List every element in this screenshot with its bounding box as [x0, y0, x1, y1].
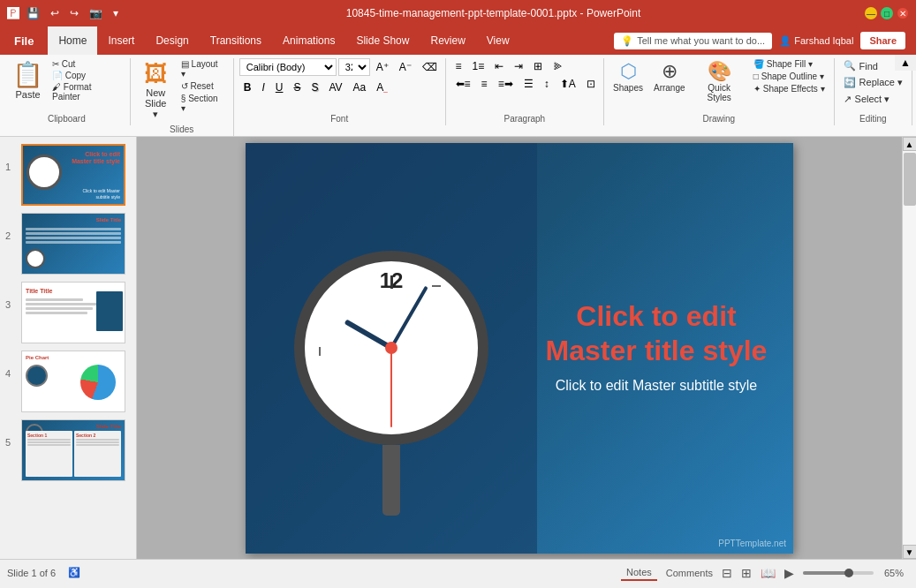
file-menu[interactable]: File — [0, 26, 48, 55]
paste-button[interactable]: 📋 Paste — [9, 58, 47, 111]
font-family-select[interactable]: Calibri (Body) — [239, 58, 337, 76]
reset-button[interactable]: ↺ Reset — [178, 80, 228, 92]
reading-view-button[interactable]: 📖 — [757, 565, 779, 581]
menu-tabs: Home Insert Design Transitions Animation… — [48, 26, 519, 55]
thumb-slide5-red-text: Slide Title — [96, 424, 121, 429]
shadow-button[interactable]: S — [307, 79, 322, 95]
zoom-slider[interactable] — [803, 571, 874, 575]
user-button[interactable]: 👤 Farshad Iqbal — [779, 35, 853, 47]
slide-title-line1: Click to edit — [576, 300, 736, 332]
save-button[interactable]: 💾 — [23, 5, 43, 21]
ribbon-collapse-button[interactable]: ▲ — [895, 55, 916, 71]
zoom-level-button[interactable]: 65% — [879, 566, 909, 580]
new-slide-label: New — [146, 87, 165, 98]
ribbon-group-clipboard: 📋 Paste ✂ Cut 📄 Copy 🖌 Format Painter Cl… — [4, 58, 131, 125]
strikethrough-button[interactable]: S — [289, 79, 305, 95]
slide-title-line2: Master title style — [546, 335, 768, 366]
shape-fill-button[interactable]: 🪣 Shape Fill ▾ — [750, 58, 829, 70]
tab-home[interactable]: Home — [48, 26, 97, 55]
decrease-font-button[interactable]: A⁻ — [395, 59, 416, 75]
tab-view[interactable]: View — [476, 26, 520, 55]
slide-text-area[interactable]: Click to edit Master title style Click t… — [528, 143, 784, 554]
font-color-button[interactable]: A_ — [372, 79, 391, 95]
slide-thumb-3[interactable]: 3 Title Title — [4, 280, 132, 345]
text-direction-button[interactable]: ⬆A — [556, 76, 580, 92]
smart-art-button[interactable]: ⊞ — [529, 58, 547, 74]
justify-button[interactable]: ☰ — [519, 76, 538, 92]
cut-button[interactable]: ✂ Cut — [49, 58, 125, 70]
tab-slideshow[interactable]: Slide Show — [345, 26, 420, 55]
shape-outline-button[interactable]: □ Shape Outline ▾ — [750, 71, 829, 82]
change-case-button[interactable]: Aa — [349, 79, 371, 95]
slide-thumb-4[interactable]: 4 Pie Chart — [4, 349, 132, 414]
tab-animations[interactable]: Animations — [272, 26, 345, 55]
slide-sorter-button[interactable]: ⊞ — [738, 565, 755, 581]
numbering-button[interactable]: 1≡ — [468, 58, 489, 74]
user-icon: 👤 — [779, 35, 791, 47]
bullets-button[interactable]: ≡ — [451, 58, 466, 74]
select-button[interactable]: ↗ Select ▾ — [840, 92, 894, 107]
increase-font-button[interactable]: A⁺ — [372, 59, 393, 75]
tell-me-box[interactable]: 💡 Tell me what you want to do... — [614, 33, 772, 49]
normal-view-button[interactable]: ⊟ — [718, 565, 736, 581]
right-scrollbar[interactable]: ▲ ▼ — [902, 137, 916, 559]
minimize-button[interactable]: — — [865, 7, 877, 19]
redo-button[interactable]: ↪ — [66, 5, 82, 21]
increase-indent-button[interactable]: ⇥ — [510, 58, 527, 74]
presentation-view-button[interactable]: 📷 — [86, 5, 106, 21]
new-slide-button[interactable]: 🖼 New Slide ▾ — [136, 58, 176, 122]
tab-review[interactable]: Review — [420, 26, 475, 55]
clock-center-dot — [385, 342, 397, 354]
find-icon: 🔍 — [844, 60, 856, 72]
layout-button[interactable]: ▤ Layout ▾ — [178, 58, 228, 79]
clock-second-hand — [390, 348, 392, 427]
undo-button[interactable]: ↩ — [47, 5, 63, 21]
underline-button[interactable]: U — [271, 79, 288, 95]
bold-button[interactable]: B — [239, 79, 256, 95]
paste-icon: 📋 — [12, 60, 43, 89]
replace-button[interactable]: 🔄 Replace ▾ — [840, 75, 906, 90]
thumb-slide2-lines — [26, 228, 121, 245]
copy-button[interactable]: 📄 Copy — [49, 70, 125, 81]
align-center-button[interactable]: ≡ — [477, 76, 492, 92]
zoom-thumb[interactable] — [844, 569, 853, 577]
close-button[interactable]: ✕ — [897, 7, 909, 19]
clear-format-button[interactable]: ⌫ — [418, 59, 442, 75]
comments-button[interactable]: Comments — [661, 566, 718, 580]
scroll-up-button[interactable]: ▲ — [903, 137, 917, 151]
slide-thumb-2[interactable]: 2 Slide Title — [4, 211, 132, 276]
find-button[interactable]: 🔍 Find — [840, 58, 882, 73]
quick-styles-button[interactable]: 🎨 Quick Styles — [693, 58, 746, 104]
columns-button[interactable]: ⫸ — [549, 58, 568, 74]
align-right-button[interactable]: ≡➡ — [494, 76, 518, 92]
slide-subtitle[interactable]: Click to edit Master subtitle style — [528, 376, 784, 396]
tab-insert[interactable]: Insert — [97, 26, 145, 55]
section-button[interactable]: § Section ▾ — [178, 93, 228, 114]
thumb-slide4-clock — [26, 365, 48, 387]
shape-effects-button[interactable]: ✦ Shape Effects ▾ — [750, 83, 829, 94]
customize-button[interactable]: ▾ — [110, 5, 122, 21]
italic-button[interactable]: I — [257, 79, 269, 95]
format-painter-button[interactable]: 🖌 Format Painter — [49, 81, 125, 102]
char-spacing-button[interactable]: AV — [324, 79, 346, 95]
text-align-button[interactable]: ⊡ — [582, 76, 600, 92]
accessibility-button[interactable]: ♿ — [63, 565, 86, 580]
slide-thumb-5[interactable]: 5 Slide Title Section 1 Section 2 — [4, 418, 132, 483]
scroll-down-button[interactable]: ▼ — [903, 545, 917, 559]
align-left-button[interactable]: ⬅≡ — [451, 76, 475, 92]
slide-title[interactable]: Click to edit Master title style — [528, 299, 784, 367]
line-spacing-button[interactable]: ↕ — [540, 76, 554, 92]
slide-canvas[interactable]: 12 Click to — [246, 143, 793, 554]
scroll-thumb[interactable] — [904, 153, 916, 206]
decrease-indent-button[interactable]: ⇤ — [490, 58, 508, 74]
share-button[interactable]: Share — [860, 32, 905, 49]
notes-button[interactable]: Notes — [621, 565, 657, 581]
tab-design[interactable]: Design — [145, 26, 199, 55]
slide-thumb-1[interactable]: 1 Click to editMaster title style Click … — [4, 142, 132, 207]
slideshow-button[interactable]: ▶ — [781, 565, 798, 581]
tab-transitions[interactable]: Transitions — [200, 26, 272, 55]
shapes-button[interactable]: ⬡ Shapes — [609, 58, 647, 94]
font-size-select[interactable]: 32 — [338, 58, 370, 76]
arrange-button[interactable]: ⊕ Arrange — [650, 58, 689, 94]
maximize-button[interactable]: □ — [881, 7, 893, 19]
